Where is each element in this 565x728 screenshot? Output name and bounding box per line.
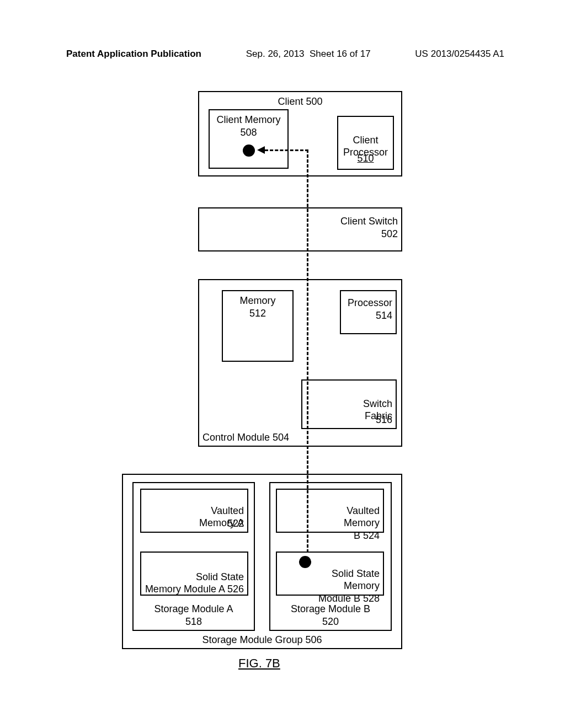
- client-processor-ref: 510: [338, 152, 393, 165]
- storage-b-label: Storage Module B520: [270, 603, 391, 628]
- storage-group-label: Storage Module Group 506: [123, 634, 401, 646]
- vaulted-b-box: Vaulted Memory B 524: [276, 489, 384, 533]
- ssm-a-box: Solid State Memory Module A 526: [140, 552, 248, 596]
- path-hseg-1: [265, 149, 308, 151]
- storage-a-label: Storage Module A518: [134, 603, 254, 628]
- vaulted-a-ref: 522: [227, 517, 244, 530]
- ssm-b-box: Solid State Memory Module B 528: [276, 552, 384, 596]
- client-switch-box: Client Switch502: [198, 207, 402, 251]
- client-memory-box: Client Memory508: [209, 109, 289, 169]
- client-processor-box: Client Processor 510: [337, 116, 394, 170]
- ssm-b-label: Solid State Memory Module B 528: [318, 555, 380, 604]
- cm-processor-box: Processor514: [340, 290, 397, 334]
- client-title: Client 500: [199, 95, 401, 108]
- cm-memory-label: Memory512: [223, 295, 292, 319]
- client-memory-label: Client Memory508: [210, 114, 287, 138]
- data-dot-ssmb: [299, 556, 311, 568]
- cm-processor-label: Processor514: [348, 297, 392, 322]
- ssm-a-label: Solid State Memory Module A 526: [145, 558, 244, 596]
- figure-diagram: Client 500 Client Memory508 Client Proce…: [0, 0, 565, 728]
- data-dot-client: [243, 144, 255, 157]
- path-arrow: [257, 146, 265, 154]
- figure-caption: FIG. 7B: [238, 656, 280, 671]
- control-module-label: Control Module 504: [202, 431, 289, 444]
- vaulted-a-box: Vaulted Memory A 522: [140, 489, 248, 533]
- path-vseg-1: [307, 149, 308, 553]
- cm-memory-box: Memory512: [222, 290, 294, 362]
- switch-fabric-box: Switch Fabric 516: [301, 379, 397, 429]
- switch-fabric-ref: 516: [376, 414, 392, 426]
- client-switch-label: Client Switch502: [340, 215, 398, 240]
- vaulted-b-label: Vaulted Memory B 524: [344, 492, 380, 542]
